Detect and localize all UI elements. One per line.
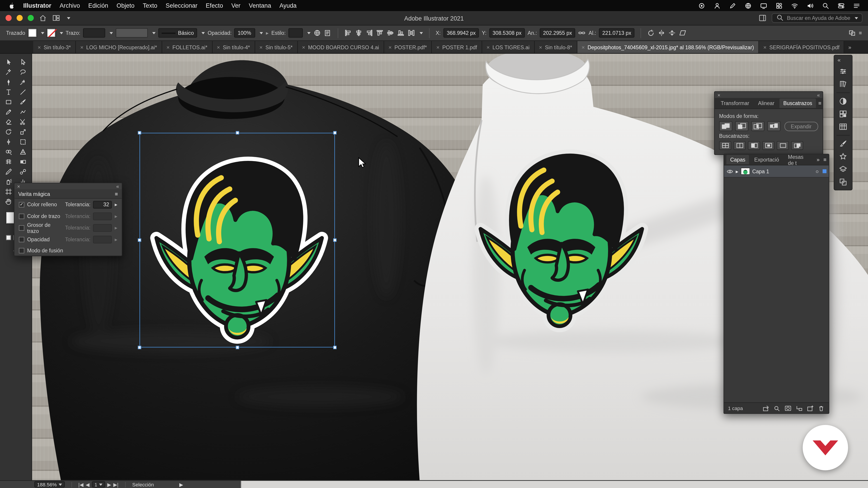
tab-close-icon[interactable]: × xyxy=(487,44,490,50)
artboard-number-select[interactable]: 1 xyxy=(92,482,105,488)
stroke-weight-chevron[interactable] xyxy=(110,32,113,34)
fill-color-swatch[interactable] xyxy=(28,29,36,37)
flip-vertical-icon[interactable] xyxy=(669,29,676,37)
panel-collapse-icon[interactable]: » xyxy=(817,157,819,163)
fill-color-checkbox[interactable]: ✓ xyxy=(19,202,24,207)
tab-exportacion[interactable]: Exportació xyxy=(750,155,783,164)
brush-chevron[interactable] xyxy=(202,32,205,34)
list-icon[interactable] xyxy=(853,2,860,9)
tab-close-icon[interactable]: × xyxy=(436,44,439,50)
opacity-chevron[interactable] xyxy=(260,32,264,34)
doc-tab[interactable]: ×POSTER.pdf* xyxy=(384,41,432,53)
doc-tab[interactable]: ×FOLLETOS.ai* xyxy=(162,41,213,53)
doc-tab[interactable]: ×Sin título-3* xyxy=(33,41,76,53)
tool-paintbrush[interactable] xyxy=(16,97,30,107)
align-center-h-icon[interactable] xyxy=(355,29,363,37)
arrange-documents-icon[interactable] xyxy=(52,14,60,22)
tool-scale[interactable] xyxy=(16,127,30,137)
selection-handle[interactable] xyxy=(333,346,337,349)
tool-direct-selection[interactable] xyxy=(16,57,30,67)
tab-buscatrazos[interactable]: Buscatrazos xyxy=(779,98,816,108)
prev-artboard-button[interactable]: ◀ xyxy=(86,482,90,487)
menu-efecto[interactable]: Efecto xyxy=(206,2,223,9)
status-menu-icon[interactable]: ▶ xyxy=(179,482,183,487)
panel-close-icon[interactable]: × xyxy=(717,92,720,98)
extensions-icon[interactable] xyxy=(776,2,783,9)
close-window-button[interactable] xyxy=(5,15,11,21)
align-right-icon[interactable] xyxy=(365,29,373,37)
selection-bounding-box[interactable] xyxy=(140,133,335,348)
flip-horizontal-icon[interactable] xyxy=(658,29,665,37)
pathfinder-minus-back-button[interactable] xyxy=(791,141,803,150)
shape-mode-unite-button[interactable] xyxy=(719,121,733,131)
tool-curvature[interactable] xyxy=(16,77,30,87)
first-artboard-button[interactable]: |◀ xyxy=(79,482,84,487)
layer-selection-indicator[interactable] xyxy=(823,169,827,173)
globe-icon[interactable] xyxy=(745,2,752,9)
color-guide-panel-icon[interactable] xyxy=(839,109,847,119)
tab-alinear[interactable]: Alinear xyxy=(754,98,778,108)
rotate-icon[interactable] xyxy=(647,29,655,37)
shear-icon[interactable] xyxy=(679,29,686,37)
doc-tab[interactable]: ×LOS TIGRES.ai xyxy=(482,41,535,53)
layers-dock-icon[interactable] xyxy=(839,165,847,174)
tool-pen[interactable] xyxy=(1,77,16,87)
layer-thumbnail[interactable] xyxy=(741,168,750,175)
tool-text[interactable] xyxy=(1,87,16,97)
selection-handle[interactable] xyxy=(138,346,141,349)
stroke-chevron[interactable] xyxy=(59,32,63,34)
tab-close-icon[interactable]: × xyxy=(38,44,41,50)
tab-close-icon[interactable]: × xyxy=(763,44,767,50)
pathfinder-crop-button[interactable] xyxy=(762,141,774,150)
tool-gradient[interactable] xyxy=(16,157,30,166)
wifi-icon[interactable] xyxy=(791,2,798,9)
pen-icon[interactable] xyxy=(729,2,736,9)
document-setup-icon[interactable] xyxy=(313,29,321,37)
brushes-panel-icon[interactable] xyxy=(839,139,847,148)
menu-objeto[interactable]: Objeto xyxy=(117,2,134,9)
tool-pencil[interactable] xyxy=(1,107,16,117)
selection-handle[interactable] xyxy=(138,238,141,242)
opacity-more[interactable]: ▸ xyxy=(266,30,269,36)
doc-tab[interactable]: ×Sin título-8* xyxy=(535,41,577,53)
zoom-window-button[interactable] xyxy=(28,15,34,21)
apple-menu-icon[interactable] xyxy=(8,2,15,9)
symbols-panel-icon[interactable] xyxy=(839,152,847,161)
doc-tab[interactable]: ×MOOD BOARDO CURSO 4.ai xyxy=(298,41,384,53)
new-layer-icon[interactable] xyxy=(807,404,814,411)
stroke-weight-input[interactable] xyxy=(83,28,105,38)
tool-shape-builder[interactable] xyxy=(1,147,16,157)
preferences-icon[interactable] xyxy=(324,29,332,37)
clipping-mask-icon[interactable] xyxy=(784,404,792,411)
brush-definition-select[interactable]: Básico xyxy=(158,28,197,38)
doc-tab[interactable]: ×LOG MICHO [Recuperado].ai* xyxy=(76,41,162,53)
tool-shaper[interactable] xyxy=(16,107,30,117)
tool-width[interactable] xyxy=(1,137,16,147)
menu-edicion[interactable]: Edición xyxy=(88,2,108,9)
shape-mode-exclude-button[interactable] xyxy=(767,121,780,131)
tool-mesh[interactable] xyxy=(1,157,16,166)
selection-handle[interactable] xyxy=(236,131,239,134)
style-swatch[interactable] xyxy=(288,28,303,38)
properties-panel-icon[interactable] xyxy=(839,67,847,76)
new-sublayer-icon[interactable] xyxy=(796,404,803,411)
collect-export-icon[interactable] xyxy=(762,404,770,411)
dock-expand-icon[interactable]: « xyxy=(834,57,841,63)
width-input[interactable]: 202.2955 px xyxy=(540,28,575,38)
stroke-weight-checkbox[interactable] xyxy=(19,225,24,230)
panel-menu-icon[interactable]: ≡ xyxy=(859,30,862,36)
layer-expand-icon[interactable]: ▸ xyxy=(736,168,739,174)
display-icon[interactable] xyxy=(760,2,767,9)
menu-ayuda[interactable]: Ayuda xyxy=(279,2,297,9)
menu-archivo[interactable]: Archivo xyxy=(60,2,80,9)
shape-mode-intersect-button[interactable] xyxy=(751,121,765,131)
tab-mesas[interactable]: Mesas de t xyxy=(784,152,814,167)
align-top-icon[interactable] xyxy=(376,29,383,37)
tab-capas[interactable]: Capas xyxy=(726,155,749,164)
panel-collapse-icon[interactable]: « xyxy=(116,184,119,189)
selection-handle[interactable] xyxy=(236,346,239,349)
expand-button[interactable]: Expandir xyxy=(784,122,818,131)
arrange-documents-chevron[interactable] xyxy=(67,17,70,19)
search-icon[interactable] xyxy=(822,2,829,9)
layer-row[interactable]: ▸ Capa 1 ○ xyxy=(724,165,829,177)
